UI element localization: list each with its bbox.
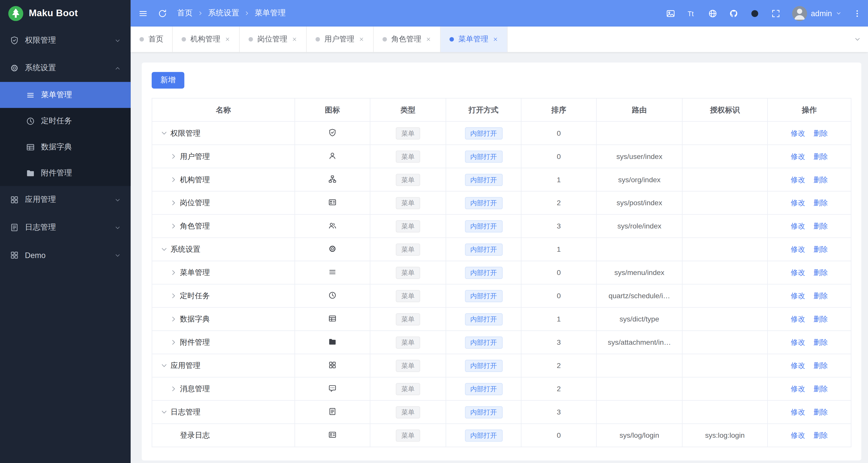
sidebar-item[interactable]: 系统设置 (0, 54, 131, 82)
route-value: sys/role/index (596, 215, 682, 238)
close-icon[interactable] (225, 37, 230, 42)
more-options-icon[interactable] (853, 9, 861, 18)
chevron-right-icon (244, 11, 250, 16)
hamburger-icon[interactable] (138, 9, 148, 18)
chevron-right-icon[interactable] (170, 339, 177, 346)
breadcrumb-item[interactable]: 首页 (177, 8, 193, 18)
delete-link[interactable]: 删除 (813, 175, 828, 183)
edit-link[interactable]: 修改 (790, 384, 805, 393)
logo-icon (8, 6, 23, 21)
delete-link[interactable]: 删除 (813, 431, 828, 439)
table-row: 权限管理菜单内部打开0修改删除 (152, 122, 851, 145)
sidebar-item[interactable]: 应用管理 (0, 186, 131, 214)
sidebar-subitem[interactable]: 定时任务 (0, 108, 131, 134)
delete-link[interactable]: 删除 (813, 338, 828, 346)
chevron-right-icon[interactable] (170, 269, 177, 276)
sidebar-subitem[interactable]: 附件管理 (0, 160, 131, 186)
refresh-icon[interactable] (158, 9, 167, 18)
tab[interactable]: 用户管理 (307, 27, 374, 52)
sort-value: 0 (521, 145, 596, 168)
chevron-down-icon[interactable] (160, 129, 167, 136)
column-header: 操作 (767, 98, 851, 122)
type-tag: 菜单 (396, 406, 420, 418)
edit-link[interactable]: 修改 (790, 129, 805, 137)
delete-link[interactable]: 删除 (813, 291, 828, 300)
tab[interactable]: 菜单管理 (441, 27, 507, 52)
tab[interactable]: 角色管理 (374, 27, 441, 52)
image-icon[interactable] (666, 9, 675, 18)
edit-link[interactable]: 修改 (790, 361, 805, 369)
delete-link[interactable]: 删除 (813, 245, 828, 253)
delete-link[interactable]: 删除 (813, 198, 828, 207)
delete-link[interactable]: 删除 (813, 315, 828, 323)
delete-link[interactable]: 删除 (813, 129, 828, 137)
chevron-right-icon[interactable] (170, 315, 177, 322)
edit-link[interactable]: 修改 (790, 198, 805, 207)
font-size-icon[interactable]: Tt (687, 9, 696, 18)
edit-link[interactable]: 修改 (790, 175, 805, 183)
edit-link[interactable]: 修改 (790, 291, 805, 300)
fullscreen-icon[interactable] (771, 9, 780, 18)
delete-link[interactable]: 删除 (813, 361, 828, 369)
theme-icon[interactable] (750, 9, 759, 18)
github-icon[interactable] (729, 9, 738, 18)
column-header: 排序 (521, 98, 596, 122)
table-row: 机构管理菜单内部打开1sys/org/index修改删除 (152, 168, 851, 191)
avatar[interactable] (792, 6, 807, 21)
tab[interactable]: 首页 (131, 27, 173, 52)
chevron-right-icon[interactable] (170, 153, 177, 160)
sidebar-item-label: 权限管理 (25, 35, 109, 45)
chevron-right-icon[interactable] (170, 292, 177, 299)
sidebar-item[interactable]: 日志管理 (0, 214, 131, 241)
close-icon[interactable] (292, 37, 297, 42)
chevron-down-icon[interactable] (160, 362, 167, 369)
user-menu[interactable]: admin (792, 6, 841, 21)
sidebar-subitem-label: 附件管理 (41, 168, 121, 178)
chevron-down-icon[interactable] (160, 246, 167, 253)
edit-link[interactable]: 修改 (790, 431, 805, 439)
chevron-right-icon[interactable] (170, 199, 177, 206)
open-type-tag: 内部打开 (465, 220, 502, 232)
open-type-tag: 内部打开 (465, 336, 502, 348)
sidebar-subitem-label: 数据字典 (41, 142, 121, 152)
close-icon[interactable] (426, 37, 431, 42)
delete-link[interactable]: 删除 (813, 152, 828, 160)
globe-icon[interactable] (708, 9, 717, 18)
chevron-right-icon[interactable] (170, 222, 177, 229)
route-value: sys/org/index (596, 168, 682, 191)
delete-link[interactable]: 删除 (813, 268, 828, 276)
sidebar-subitem[interactable]: 数据字典 (0, 134, 131, 160)
close-icon[interactable] (359, 37, 364, 42)
auth-value (682, 400, 767, 424)
chevron-down-icon[interactable] (160, 408, 167, 415)
close-icon[interactable] (493, 37, 498, 42)
add-button[interactable]: 新增 (152, 72, 184, 89)
postcard-icon (328, 198, 337, 206)
tab-status-dot (450, 37, 454, 42)
edit-link[interactable]: 修改 (790, 408, 805, 416)
edit-link[interactable]: 修改 (790, 338, 805, 346)
edit-link[interactable]: 修改 (790, 152, 805, 160)
breadcrumb-item[interactable]: 系统设置 (208, 8, 239, 18)
table-header-row: 名称图标类型打开方式排序路由授权标识操作 (152, 98, 851, 122)
open-type-tag: 内部打开 (465, 290, 502, 302)
delete-link[interactable]: 删除 (813, 408, 828, 416)
chevron-right-icon[interactable] (170, 385, 177, 392)
edit-link[interactable]: 修改 (790, 268, 805, 276)
tabs-dropdown-button[interactable] (847, 27, 868, 52)
user-caret-icon (836, 11, 841, 16)
sidebar-item[interactable]: 权限管理 (0, 27, 131, 54)
tab[interactable]: 岗位管理 (240, 27, 307, 52)
edit-link[interactable]: 修改 (790, 245, 805, 253)
delete-link[interactable]: 删除 (813, 384, 828, 393)
sidebar-item[interactable]: Demo (0, 241, 131, 269)
tab[interactable]: 机构管理 (173, 27, 240, 52)
sidebar-subitem[interactable]: 菜单管理 (0, 82, 131, 108)
chevron-right-icon[interactable] (170, 176, 177, 183)
sort-value: 2 (521, 191, 596, 215)
edit-link[interactable]: 修改 (790, 222, 805, 230)
breadcrumb-item[interactable]: 菜单管理 (254, 8, 286, 18)
row-name: 日志管理 (170, 407, 200, 417)
delete-link[interactable]: 删除 (813, 222, 828, 230)
edit-link[interactable]: 修改 (790, 315, 805, 323)
